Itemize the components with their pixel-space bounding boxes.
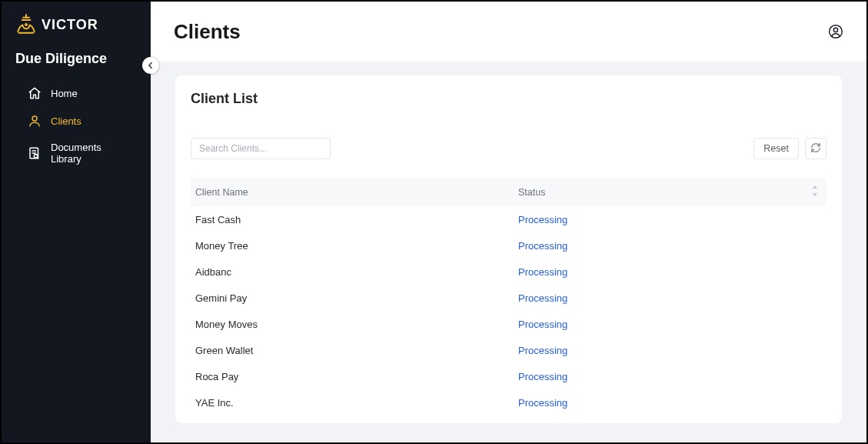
refresh-icon xyxy=(810,142,821,155)
sidebar-item-label: Documents Library xyxy=(51,142,128,165)
cell-status: Processing xyxy=(518,371,822,382)
sidebar: VICTOR Due Diligence Home Clients xyxy=(2,2,151,442)
table-row[interactable]: AidbancProcessing xyxy=(191,259,826,285)
sort-icon xyxy=(811,185,819,199)
documents-icon xyxy=(28,146,42,160)
user-icon xyxy=(28,114,42,128)
table-row[interactable]: Money TreeProcessing xyxy=(191,232,826,259)
svg-point-0 xyxy=(25,23,28,26)
sidebar-nav: Home Clients Documents Library xyxy=(2,78,151,173)
cell-status: Processing xyxy=(518,214,822,225)
column-header-name[interactable]: Client Name xyxy=(195,185,518,199)
client-list-card: Client List Reset Client Name xyxy=(175,75,842,423)
page-title: Clients xyxy=(174,20,241,44)
cell-client-name: Green Wallet xyxy=(195,345,518,356)
table-row[interactable]: YAE Inc.Processing xyxy=(191,389,826,416)
search-input[interactable] xyxy=(191,138,331,159)
chevron-left-icon xyxy=(147,58,155,72)
cell-client-name: Gemini Pay xyxy=(195,292,518,304)
table-toolbar: Reset xyxy=(191,138,826,159)
sidebar-title: Due Diligence xyxy=(2,46,151,78)
header: Clients xyxy=(151,2,866,62)
cell-client-name: Money Moves xyxy=(195,319,518,330)
cell-status: Processing xyxy=(518,240,822,252)
cell-client-name: Aidbanc xyxy=(195,266,518,278)
svg-point-5 xyxy=(833,28,837,32)
cell-status: Processing xyxy=(518,397,822,409)
table-row[interactable]: Fast CashProcessing xyxy=(191,206,826,232)
cell-client-name: YAE Inc. xyxy=(195,397,518,409)
cell-status: Processing xyxy=(518,266,822,278)
cell-status: Processing xyxy=(518,319,822,330)
reset-button[interactable]: Reset xyxy=(753,138,799,159)
cell-status: Processing xyxy=(518,292,822,304)
column-header-status[interactable]: Status xyxy=(518,185,822,199)
card-title: Client List xyxy=(191,91,826,107)
sidebar-collapse-button[interactable] xyxy=(142,57,159,74)
account-icon[interactable] xyxy=(828,24,843,39)
cell-status: Processing xyxy=(518,345,822,356)
table-row[interactable]: Roca PayProcessing xyxy=(191,363,826,389)
cell-client-name: Fast Cash xyxy=(195,214,518,225)
refresh-button[interactable] xyxy=(805,138,826,159)
svg-point-1 xyxy=(32,116,37,121)
home-icon xyxy=(28,86,42,100)
cell-client-name: Roca Pay xyxy=(195,371,518,382)
sidebar-item-documents-library[interactable]: Documents Library xyxy=(2,135,151,172)
sidebar-item-clients[interactable]: Clients xyxy=(2,107,151,135)
table-header: Client Name Status xyxy=(191,178,826,206)
main: Clients Client List Reset xyxy=(151,2,866,442)
table-row[interactable]: Gemini PayProcessing xyxy=(191,285,826,311)
brand-icon xyxy=(14,12,38,37)
content-area: Client List Reset Client Name xyxy=(151,62,866,442)
table-body: Fast CashProcessingMoney TreeProcessingA… xyxy=(191,206,826,416)
table-row[interactable]: Green WalletProcessing xyxy=(191,337,826,363)
client-table: Client Name Status Fast CashProcessingMo… xyxy=(191,178,826,416)
cell-client-name: Money Tree xyxy=(195,240,518,252)
sidebar-item-label: Clients xyxy=(51,115,81,127)
brand-text: VICTOR xyxy=(42,17,98,33)
table-row[interactable]: Money MovesProcessing xyxy=(191,311,826,337)
sidebar-item-label: Home xyxy=(51,88,78,99)
sidebar-item-home[interactable]: Home xyxy=(2,79,151,107)
brand-logo: VICTOR xyxy=(2,2,151,46)
